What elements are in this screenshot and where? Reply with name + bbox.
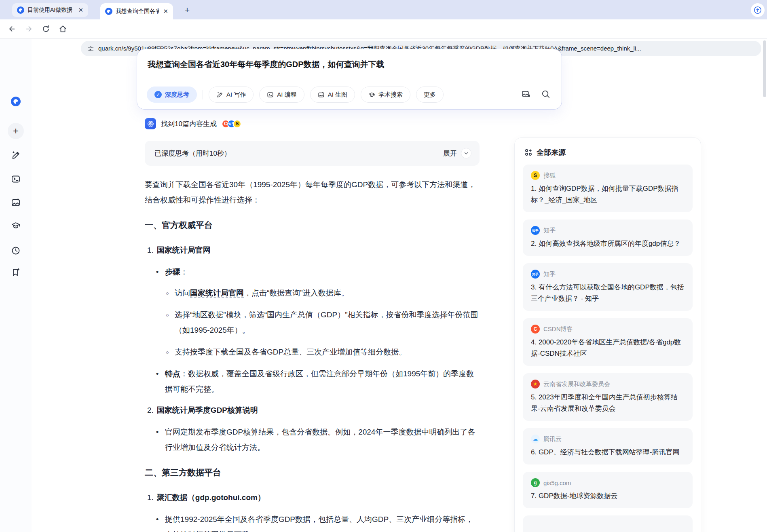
pen-sparkle-icon: [11, 150, 21, 160]
back-button[interactable]: [3, 22, 20, 36]
sidebar-item-ai-image[interactable]: [11, 198, 21, 207]
close-icon[interactable]: ✕: [77, 6, 84, 14]
source-site-name: 腾讯云: [543, 435, 562, 443]
source-favicon-icon: C: [531, 325, 540, 334]
search-icon[interactable]: [541, 89, 550, 99]
mode-more[interactable]: 更多: [416, 87, 444, 103]
tab-current[interactable]: 我想查询全国各省 ✕: [100, 3, 173, 19]
quark-favicon-icon: [17, 6, 24, 14]
arrow-up-circle-icon: [753, 6, 762, 15]
tab-title: 我想查询全国各省: [116, 8, 159, 15]
source-title: 3. 有什么方法可以获取全国各地的GDP数据，包括三个产业数据？ - 知乎: [531, 282, 685, 304]
deep-think-summary-bar[interactable]: 已深度思考（用时10秒） 展开: [145, 141, 480, 166]
source-title: 5. 2023年四季度和全年国内生产总值初步核算结果-云南省发展和改革委员会: [531, 392, 685, 414]
sidebar-item-academic-search[interactable]: [11, 221, 21, 230]
source-favicon-icon: ☁: [531, 435, 540, 443]
source-favicon-icon: g: [531, 478, 540, 487]
source-site-name: 搜狐: [543, 172, 556, 179]
source-card[interactable]: ★ 云南省发展和改革委员会 5. 2023年四季度和全年国内生产总值初步核算结果…: [523, 373, 693, 421]
source-favicon-icon: ★: [531, 380, 540, 388]
image-sparkle-icon: [318, 91, 325, 98]
back-arrow-icon: [8, 25, 16, 33]
mode-deep-think[interactable]: ✓ 深度思考: [147, 87, 197, 103]
stats-bureau-link[interactable]: 国家统计局官网: [190, 289, 244, 298]
source-site-name: 知乎: [543, 270, 556, 278]
home-button[interactable]: [54, 22, 71, 36]
source-card-partial[interactable]: [523, 515, 693, 532]
graduation-cap-icon: [11, 221, 21, 230]
image-sparkle-icon: [11, 198, 21, 207]
source-title: 4. 2000-2020年各省地区生产总值数据/各省gdp数据-CSDN技术社区: [531, 337, 685, 359]
plus-icon: +: [13, 125, 19, 137]
mode-buttons: ✓ 深度思考 AI 写作 AI 编程 AI 生图 学术搜索 更多: [147, 87, 444, 103]
source-title: 2. 如何高效查找各地级市所属区的年度gdp信息？: [531, 238, 685, 249]
graduation-cap-icon: [368, 91, 375, 98]
search-box-actions: [521, 89, 550, 99]
source-card[interactable]: 知乎 知乎 2. 如何高效查找各地级市所属区的年度gdp信息？: [523, 220, 693, 256]
mode-ai-writing[interactable]: AI 写作: [209, 87, 254, 103]
source-title: 1. 如何查询GDP数据，如何批量下载GDP数据指标？_经济_国家_地区: [531, 183, 685, 206]
sohu-favicon-icon: S: [233, 120, 241, 128]
list-item: 2. 国家统计局季度GDP核算说明: [147, 403, 479, 418]
tab-strip: 目前使用AI做数据 ✕ 我想查询全国各省 ✕ +: [0, 0, 767, 19]
close-icon[interactable]: ✕: [162, 8, 169, 15]
quark-logo-icon: [11, 97, 21, 106]
sources-list: S 搜狐 1. 如何查询GDP数据，如何批量下载GDP数据指标？_经济_国家_地…: [523, 165, 693, 508]
list-item: • 提供1992-2025年全国及各省季度GDP数据，包括总量、人均GDP、三次…: [154, 512, 479, 532]
image-search-icon[interactable]: [521, 89, 530, 99]
page-scrollbar[interactable]: [763, 40, 766, 97]
expand-toggle[interactable]: 展开: [443, 148, 471, 158]
browser-toolbar: quark.cn/s/9y501u89fFP52s7oba?from=kkfra…: [0, 19, 767, 39]
source-title: 6. GDP、经济与社会数据下载网站整理-腾讯官网: [531, 447, 685, 458]
home-icon: [59, 25, 67, 33]
browser-update-button[interactable]: [751, 3, 765, 17]
tab-title: 目前使用AI做数据: [27, 6, 74, 14]
source-card[interactable]: g gis5g.com 7. GDP数据-地球资源数据云: [523, 472, 693, 508]
source-card[interactable]: ☁ 腾讯云 6. GDP、经济与社会数据下载网站整理-腾讯官网: [523, 428, 693, 464]
forward-arrow-icon: [25, 25, 33, 33]
list-item: ○ 支持按季度下载全国及各省GDP总量、三次产业增加值等细分数据。: [165, 344, 479, 360]
source-favicon-cluster: C知乎S: [222, 120, 241, 128]
sources-panel-title: 全部来源: [537, 148, 566, 157]
reload-button[interactable]: [37, 22, 54, 36]
list-item: • 特点：数据权威，覆盖全国及省级行政区，但需注意部分早期年份（如1995年前）…: [154, 366, 479, 397]
forward-button[interactable]: [20, 22, 37, 36]
tab-previous[interactable]: 目前使用AI做数据 ✕: [12, 3, 88, 17]
source-site-name: CSDN博客: [543, 325, 573, 333]
source-card[interactable]: 知乎 知乎 3. 有什么方法可以获取全国各地的GDP数据，包括三个产业数据？ -…: [523, 263, 693, 311]
site-settings-icon: [87, 45, 94, 52]
list-item: • 步骤：: [154, 264, 479, 280]
pen-sparkle-icon: [216, 91, 223, 98]
browser-window: 目前使用AI做数据 ✕ 我想查询全国各省 ✕ + quark.cn/s/9y50…: [0, 0, 767, 532]
sources-grid-icon: [524, 148, 532, 156]
reload-icon: [42, 25, 50, 33]
sidebar-item-ai-coding[interactable]: [11, 174, 21, 184]
app-sidebar: +: [0, 39, 32, 532]
list-item: ○ 访问国家统计局官网，点击“数据查询”进入数据库。: [165, 285, 479, 301]
sidebar-item-quark-home[interactable]: [8, 93, 24, 110]
sidebar-item-bookmarks[interactable]: [11, 268, 21, 277]
source-favicon-icon: 知乎: [531, 270, 540, 279]
clock-icon: [11, 246, 21, 255]
mode-academic-search[interactable]: 学术搜索: [361, 87, 410, 103]
search-box[interactable]: 我想查询全国各省近30年每年每季度的GDP数据，如何查询并下载 ✓ 深度思考 A…: [137, 49, 562, 110]
new-tab-button[interactable]: +: [181, 4, 193, 16]
sidebar-item-history[interactable]: [11, 246, 21, 255]
mode-ai-coding[interactable]: AI 编程: [259, 87, 304, 103]
sidebar-item-new-chat[interactable]: +: [8, 123, 24, 139]
section-heading: 一、官方权威平台: [145, 219, 479, 231]
source-favicon-icon: 知乎: [531, 226, 540, 235]
check-icon: ✓: [154, 91, 162, 98]
list-item: 1. 聚汇数据（gdp.gotohui.com）: [147, 490, 479, 505]
answer-content: 要查询并下载全国各省近30年（1995-2025年）每年每季度的GDP数据，可参…: [145, 177, 479, 532]
deep-think-summary: 已深度思考（用时10秒）: [154, 149, 443, 158]
source-card[interactable]: C CSDN博客 4. 2000-2020年各省地区生产总值数据/各省gdp数据…: [523, 318, 693, 366]
terminal-icon: [11, 174, 21, 184]
search-query-text[interactable]: 我想查询全国各省近30年每年每季度的GDP数据，如何查询并下载: [148, 59, 551, 70]
sidebar-item-ai-writing[interactable]: [11, 150, 21, 160]
sources-panel-header: 全部来源: [523, 148, 693, 157]
quark-favicon-icon: [105, 8, 112, 15]
source-card[interactable]: S 搜狐 1. 如何查询GDP数据，如何批量下载GDP数据指标？_经济_国家_地…: [523, 165, 693, 212]
source-site-name: 云南省发展和改革委员会: [543, 380, 610, 388]
mode-ai-image[interactable]: AI 生图: [310, 87, 355, 103]
